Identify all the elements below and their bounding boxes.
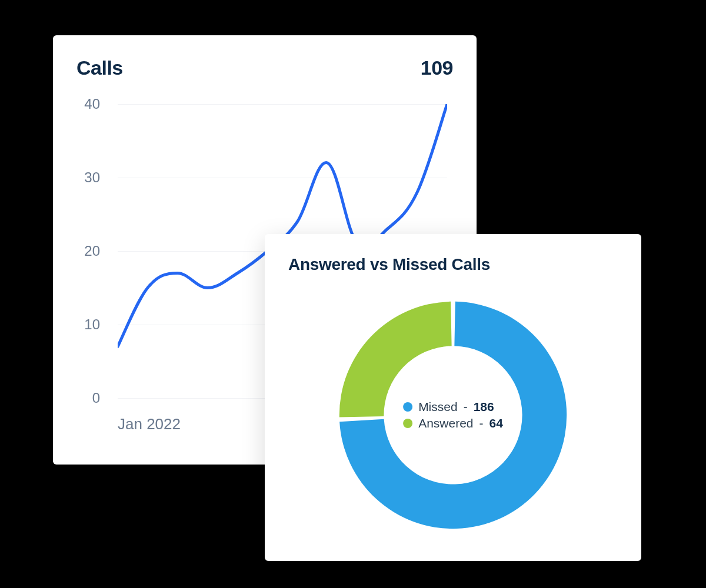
legend-label: Answered xyxy=(418,416,473,430)
donut-wrap: Missed - 186 Answered - 64 xyxy=(288,292,618,539)
donut-legend: Missed - 186 Answered - 64 xyxy=(403,397,503,433)
legend-value: 64 xyxy=(489,416,503,430)
y-tick: 10 xyxy=(84,316,100,333)
legend-dot-icon xyxy=(403,419,412,428)
calls-title: Calls xyxy=(76,56,123,79)
donut-title: Answered vs Missed Calls xyxy=(288,255,618,274)
legend-value: 186 xyxy=(474,400,494,414)
y-tick: 40 xyxy=(84,96,100,112)
legend-sep: - xyxy=(479,416,484,430)
y-tick: 30 xyxy=(84,169,100,186)
answered-missed-card: Answered vs Missed Calls Missed - 186 An… xyxy=(265,234,641,561)
calls-total: 109 xyxy=(421,56,453,79)
y-axis: 40 30 20 10 0 xyxy=(76,104,112,398)
legend-row-answered: Answered - 64 xyxy=(403,416,503,430)
x-axis-label: Jan 2022 xyxy=(118,415,181,433)
legend-sep: - xyxy=(464,400,468,414)
y-tick: 20 xyxy=(84,243,100,259)
y-tick: 0 xyxy=(92,390,100,406)
legend-label: Missed xyxy=(418,400,458,414)
calls-header: Calls 109 xyxy=(76,56,453,79)
legend-dot-icon xyxy=(403,402,412,412)
legend-row-missed: Missed - 186 xyxy=(403,400,503,414)
